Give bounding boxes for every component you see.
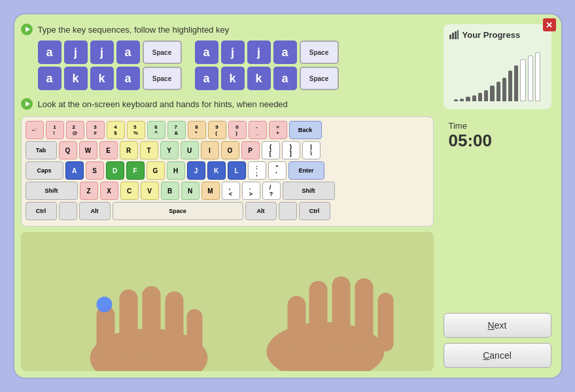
time-label: Time	[449, 121, 546, 131]
cancel-button[interactable]: Cancel	[444, 343, 551, 368]
kb-row-space: Ctrl Alt Space Alt Ctrl	[26, 202, 429, 220]
key-rj2: j	[247, 41, 271, 64]
key-semicolon[interactable]: :;	[248, 161, 266, 180]
close-button[interactable]: ✕	[543, 18, 556, 31]
key-shift-left[interactable]: Shift	[26, 182, 78, 200]
svg-rect-18	[452, 33, 454, 39]
key-r[interactable]: R	[120, 141, 138, 159]
chart-bar-4	[478, 93, 482, 101]
key-space[interactable]: Space	[113, 202, 243, 220]
hands-area	[21, 232, 434, 371]
key-h[interactable]: H	[167, 161, 185, 180]
progress-title: Your Progress	[449, 29, 521, 40]
key-7[interactable]: 7&	[167, 121, 186, 139]
key-v[interactable]: V	[141, 182, 159, 200]
play-icon-2	[21, 98, 33, 110]
left-sequences: a j j a Space a k k a Space	[38, 41, 182, 90]
chart-bar-11	[520, 59, 525, 101]
key-j[interactable]: J	[187, 161, 205, 180]
key-m[interactable]: M	[201, 182, 220, 200]
key-1[interactable]: 1!	[46, 121, 64, 139]
key-g[interactable]: G	[147, 161, 165, 180]
key-shift-right[interactable]: Shift	[283, 182, 335, 200]
kb-row-numbers: ~` 1! 2@ 3# 4$ 5% 6^ 7& 8* 9( 0) -_ =+ B…	[26, 121, 429, 139]
key-sequences: a j j a Space a k k a Space	[38, 41, 434, 90]
key-y[interactable]: Y	[160, 141, 179, 159]
key-period[interactable]: .>	[242, 182, 260, 200]
key-c[interactable]: C	[120, 182, 139, 200]
key-8[interactable]: 8*	[188, 121, 206, 139]
key-backspace[interactable]: Back	[289, 121, 322, 139]
key-s[interactable]: S	[86, 161, 104, 180]
key-alt-right[interactable]: Alt	[245, 202, 277, 220]
key-a1: a	[38, 41, 61, 64]
svg-rect-6	[119, 289, 137, 361]
keyboard-area: ~` 1! 2@ 3# 4$ 5% 6^ 7& 8* 9( 0) -_ =+ B…	[21, 116, 434, 227]
svg-rect-16	[287, 296, 305, 353]
key-z[interactable]: Z	[80, 182, 98, 200]
key-i[interactable]: I	[201, 141, 219, 159]
key-tab[interactable]: Tab	[26, 141, 57, 159]
key-comma[interactable]: ,<	[222, 182, 240, 200]
key-equals[interactable]: =+	[269, 121, 287, 139]
key-o[interactable]: O	[221, 141, 239, 159]
key-5[interactable]: 5%	[127, 121, 145, 139]
key-ctrl-right[interactable]: Ctrl	[299, 202, 330, 220]
key-l[interactable]: L	[228, 161, 246, 180]
key-q[interactable]: Q	[59, 141, 77, 159]
chart-bar-3	[472, 95, 476, 101]
svg-rect-9	[186, 309, 202, 361]
key-t[interactable]: T	[140, 141, 158, 159]
key-quote[interactable]: "'	[268, 161, 287, 180]
next-label: Next	[488, 320, 507, 331]
key-2[interactable]: 2@	[66, 121, 84, 139]
key-rk1: k	[221, 67, 245, 90]
key-x[interactable]: X	[100, 182, 118, 200]
key-rbracket[interactable]: }]	[282, 141, 300, 159]
chart-icon	[449, 29, 459, 40]
key-rk2: k	[247, 67, 271, 90]
key-b[interactable]: B	[161, 182, 179, 200]
key-alt-left[interactable]: Alt	[79, 202, 111, 220]
key-caps[interactable]: Caps	[26, 161, 63, 180]
key-u[interactable]: U	[181, 141, 199, 159]
right-panel: Your Progress Time 05:00 Next Cancel	[440, 21, 555, 371]
key-f[interactable]: F	[126, 161, 145, 180]
key-9[interactable]: 9(	[208, 121, 226, 139]
key-backslash[interactable]: |\	[302, 141, 321, 159]
instruction-row-2: Look at the on-screen keyboard and hands…	[21, 98, 434, 110]
svg-rect-17	[449, 35, 451, 39]
key-a[interactable]: A	[65, 161, 84, 180]
key-minus[interactable]: -_	[249, 121, 267, 139]
key-space1: Space	[143, 41, 182, 64]
key-slash[interactable]: /?	[262, 182, 281, 200]
key-tilde[interactable]: ~`	[26, 121, 44, 139]
key-ctrl-left[interactable]: Ctrl	[26, 202, 57, 220]
key-space2: Space	[143, 67, 182, 90]
key-rspace1: Space	[300, 41, 339, 64]
key-e[interactable]: E	[99, 141, 118, 159]
key-0[interactable]: 0)	[228, 121, 247, 139]
next-button[interactable]: Next	[444, 313, 551, 338]
key-4[interactable]: 4$	[107, 121, 125, 139]
key-enter[interactable]: Enter	[288, 161, 324, 180]
key-k[interactable]: K	[207, 161, 226, 180]
chart-bar-12	[528, 56, 533, 101]
time-section: Time 05:00	[444, 116, 551, 156]
key-d[interactable]: D	[106, 161, 124, 180]
key-6[interactable]: 6^	[147, 121, 166, 139]
key-n[interactable]: N	[181, 182, 200, 200]
chart-bar-1	[460, 99, 464, 101]
chart-bar-8	[502, 78, 506, 101]
chart-bar-2	[466, 97, 470, 101]
chart-bar-9	[508, 71, 512, 101]
key-win-left[interactable]	[59, 202, 77, 220]
key-win-right[interactable]	[279, 202, 297, 220]
key-3[interactable]: 3#	[86, 121, 105, 139]
key-w[interactable]: W	[79, 141, 97, 159]
key-k2: k	[90, 67, 114, 90]
cancel-label: Cancel	[483, 350, 512, 361]
key-ra3: a	[195, 67, 218, 90]
key-lbracket[interactable]: {[	[262, 141, 280, 159]
key-p[interactable]: P	[241, 141, 260, 159]
